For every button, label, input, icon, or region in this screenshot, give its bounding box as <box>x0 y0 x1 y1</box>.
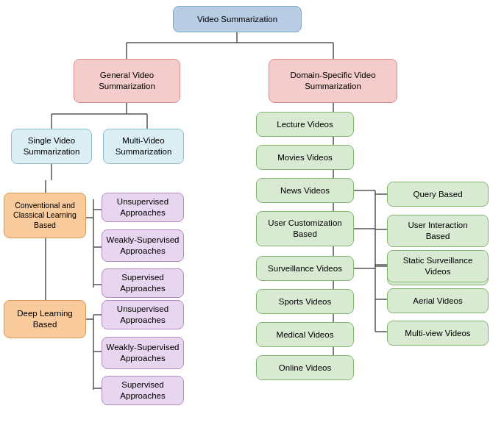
single-video-node: Single VideoSummarization <box>11 129 92 164</box>
surveillance-videos-node: Surveillance Videos <box>256 256 354 281</box>
diagram: Video Summarization General VideoSummari… <box>0 0 504 428</box>
lecture-videos-node: Lecture Videos <box>256 112 354 137</box>
multiview-videos-node: Multi-view Videos <box>387 321 489 346</box>
general-video-node: General VideoSummarization <box>74 59 180 103</box>
static-surveillance-node: Static SurveillanceVideos <box>387 250 489 282</box>
user-customization-node: User CustomizationBased <box>256 211 354 246</box>
online-videos-node: Online Videos <box>256 355 354 380</box>
deep-learning-node: Deep LearningBased <box>4 300 86 338</box>
video-summarization-node: Video Summarization <box>173 6 302 32</box>
query-based-node: Query Based <box>387 182 489 207</box>
aerial-videos-node: Aerial Videos <box>387 288 489 313</box>
user-interaction-node: User InteractionBased <box>387 215 489 247</box>
unsupervised-approaches-1-node: UnsupervisedApproaches <box>102 193 184 222</box>
medical-videos-node: Medical Videos <box>256 322 354 347</box>
supervised-approaches-1-node: SupervisedApproaches <box>102 268 184 298</box>
multi-video-node: Multi-VideoSummarization <box>103 129 184 164</box>
weakly-supervised-2-node: Weakly-SupervisedApproaches <box>102 337 184 369</box>
supervised-approaches-2-node: SupervisedApproaches <box>102 376 184 405</box>
weakly-supervised-1-node: Weakly-SupervisedApproaches <box>102 229 184 262</box>
news-videos-node: News Videos <box>256 178 354 203</box>
sports-videos-node: Sports Videos <box>256 289 354 314</box>
unsupervised-approaches-2-node: UnsupervisedApproaches <box>102 300 184 329</box>
conventional-classical-node: Conventional andClassical LearningBased <box>4 193 86 238</box>
movies-videos-node: Movies Videos <box>256 145 354 170</box>
domain-specific-node: Domain-Specific VideoSummarization <box>269 59 397 103</box>
